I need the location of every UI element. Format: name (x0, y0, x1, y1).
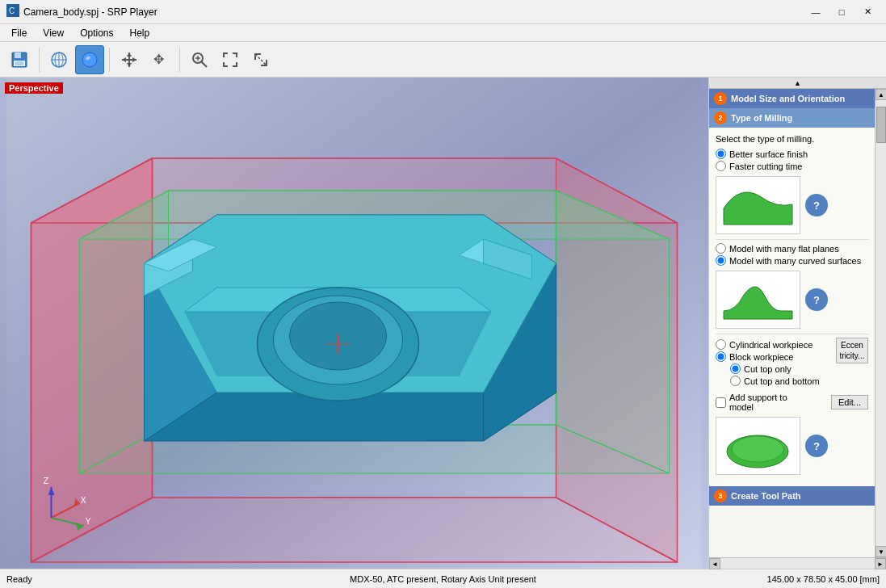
titlebar: C Camera_body.spj - SRP Player — □ ✕ (0, 0, 886, 24)
close-button[interactable]: ✕ (855, 4, 880, 20)
surface-help-button[interactable]: ? (805, 194, 828, 216)
faster-cutting-radio[interactable] (716, 161, 726, 171)
vscroll-track (876, 100, 886, 546)
3d-viewport[interactable]: Perspective (0, 78, 708, 569)
status-ready: Ready (6, 574, 225, 584)
section3-header[interactable]: 3 Create Tool Path (709, 486, 875, 506)
cut-options: Cut top only Cut top and bottom (730, 363, 833, 386)
milling-description: Select the type of milling. (716, 134, 868, 144)
svg-marker-34 (556, 191, 670, 473)
geometry-preview-row: ? (716, 271, 868, 329)
statusbar: Ready MDX-50, ATC present, Rotary Axis U… (0, 569, 886, 588)
move-button[interactable] (115, 45, 144, 74)
svg-line-20 (202, 61, 208, 67)
cut-top-bottom-label: Cut top and bottom (744, 376, 820, 386)
support-row: Add support tomodel Edit... (716, 393, 868, 412)
toolbar-separator-1 (39, 48, 40, 72)
maximize-button[interactable]: □ (829, 4, 854, 20)
cut-top-only-radio-group[interactable]: Cut top only (730, 363, 833, 374)
svg-marker-14 (127, 52, 132, 57)
section2-content: Select the type of milling. Better surfa… (709, 128, 875, 486)
svg-line-23 (255, 54, 267, 65)
menu-view[interactable]: View (35, 26, 72, 40)
cylindrical-radio-group[interactable]: Cylindrical workpiece (716, 339, 833, 350)
toolbar-separator-2 (109, 48, 110, 72)
perspective-label: Perspective (5, 82, 63, 94)
menu-options[interactable]: Options (72, 26, 121, 40)
zoom-button[interactable] (185, 45, 214, 74)
minimize-button[interactable]: — (804, 4, 828, 20)
support-help-button[interactable]: ? (805, 435, 828, 457)
svg-text:Y: Y (86, 516, 92, 526)
divider2 (716, 334, 868, 334)
curved-surfaces-radio[interactable] (716, 255, 726, 266)
curved-surfaces-label: Model with many curved surfaces (729, 256, 861, 266)
faster-cutting-radio-group[interactable]: Faster cutting time (716, 161, 868, 171)
eccentricity-button[interactable]: Eccen tricity... (836, 338, 868, 363)
curved-surfaces-radio-group[interactable]: Model with many curved surfaces (716, 255, 868, 266)
menu-file[interactable]: File (3, 26, 35, 40)
svg-marker-17 (132, 57, 136, 62)
toolbar: ✥ (0, 42, 886, 78)
panel-vscrollbar: ▲ ▼ (875, 89, 886, 557)
hscroll-left-btn[interactable]: ◄ (709, 558, 720, 569)
section2-header[interactable]: 2 Type of Milling (709, 108, 875, 128)
menu-help[interactable]: Help (122, 26, 158, 40)
fit-button[interactable] (216, 45, 245, 74)
section2-num: 2 (714, 111, 727, 124)
globe-button[interactable] (44, 45, 73, 74)
block-label: Block workpiece (729, 352, 793, 362)
status-device: MDX-50, ATC present, Rotary Axis Unit pr… (225, 574, 661, 584)
vscroll-thumb[interactable] (876, 107, 886, 143)
block-radio-group[interactable]: Block workpiece (716, 351, 833, 362)
svg-marker-16 (122, 57, 126, 62)
surface-finish-radio[interactable]: Better surface finish (716, 149, 868, 159)
app-icon: C (6, 4, 19, 19)
section3-num: 3 (714, 489, 727, 502)
svg-text:Z: Z (44, 476, 49, 485)
sphere-button[interactable] (75, 45, 104, 74)
block-radio[interactable] (716, 351, 726, 362)
cut-top-only-radio[interactable] (730, 363, 741, 374)
edit-button[interactable]: Edit... (831, 395, 868, 410)
svg-text:✥: ✥ (153, 52, 164, 66)
geometry-help-button[interactable]: ? (805, 288, 828, 311)
better-surface-radio[interactable] (716, 149, 726, 159)
svg-text:C: C (9, 6, 15, 15)
section1-title: Model Size and Orientation (731, 94, 845, 103)
status-dimensions: 145.00 x 78.50 x 45.00 [mm] (661, 574, 880, 584)
workpiece-options: Cylindrical workpiece Block workpiece (716, 338, 868, 388)
geometry-preview-box (716, 271, 800, 329)
section1-header[interactable]: 1 Model Size and Orientation (709, 89, 875, 108)
support-checkbox[interactable] (716, 397, 726, 408)
svg-rect-3 (15, 52, 21, 58)
surface-preview-box (716, 176, 800, 234)
vscroll-down-btn[interactable]: ▼ (876, 546, 886, 557)
cylindrical-label: Cylindrical workpiece (729, 340, 813, 350)
support-preview-box (716, 417, 800, 475)
flat-planes-radio[interactable] (716, 243, 726, 254)
cut-top-bottom-radio[interactable] (730, 376, 741, 386)
pan-button[interactable]: ✥ (145, 45, 174, 74)
svg-point-10 (82, 52, 97, 67)
reset-button[interactable] (246, 45, 275, 74)
section3-title: Create Tool Path (731, 491, 801, 501)
window-title: Camera_body.spj - SRP Player (23, 6, 804, 18)
vscroll-up-btn[interactable]: ▲ (876, 89, 886, 100)
section1-num: 1 (714, 92, 727, 105)
hscroll-track (720, 558, 875, 569)
flat-planes-radio-group[interactable]: Model with many flat planes (716, 243, 868, 254)
save-button[interactable] (5, 45, 34, 74)
panel-content: 1 Model Size and Orientation 2 Type of M… (709, 89, 875, 557)
menubar: File View Options Help (0, 24, 886, 42)
hscroll-right-btn[interactable]: ► (875, 558, 886, 569)
faster-cutting-label: Faster cutting time (729, 162, 802, 171)
svg-marker-15 (127, 63, 132, 67)
panel-scroll-up[interactable]: ▲ (709, 78, 886, 89)
cut-top-bottom-radio-group[interactable]: Cut top and bottom (730, 376, 833, 386)
cylindrical-radio[interactable] (716, 339, 726, 350)
support-label: Add support tomodel (729, 393, 831, 412)
toolbar-separator-3 (179, 48, 180, 72)
window-controls: — □ ✕ (804, 4, 880, 20)
main-content: Perspective (0, 78, 886, 569)
